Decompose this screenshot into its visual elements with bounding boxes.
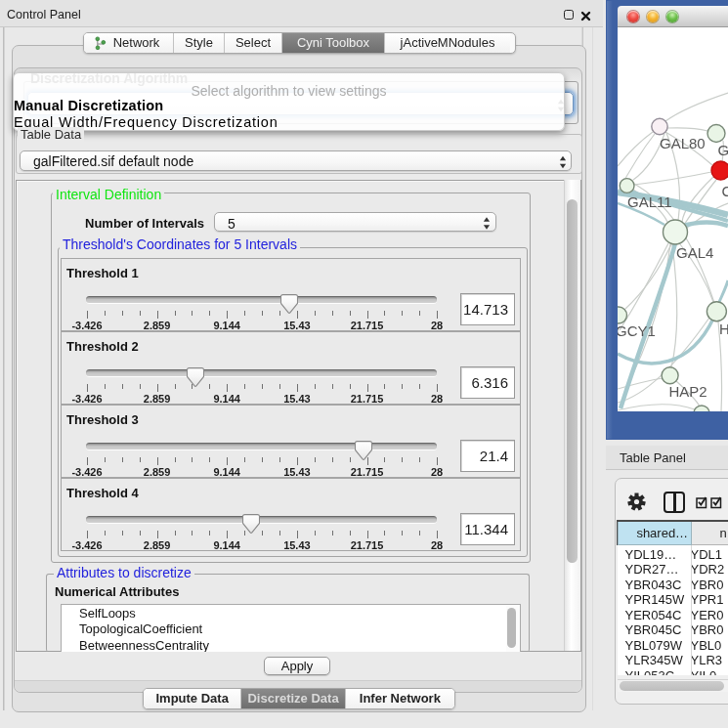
svg-text:CA: CA [722,183,728,199]
svg-text:HA: HA [719,321,728,337]
svg-text:GAL4: GAL4 [676,244,713,261]
svg-text:GA: GA [718,142,728,158]
svg-text:GAL11: GAL11 [627,193,672,210]
svg-text:GAL80: GAL80 [660,135,706,151]
svg-text:GCY1: GCY1 [618,322,656,339]
svg-text:HAP2: HAP2 [669,383,707,400]
